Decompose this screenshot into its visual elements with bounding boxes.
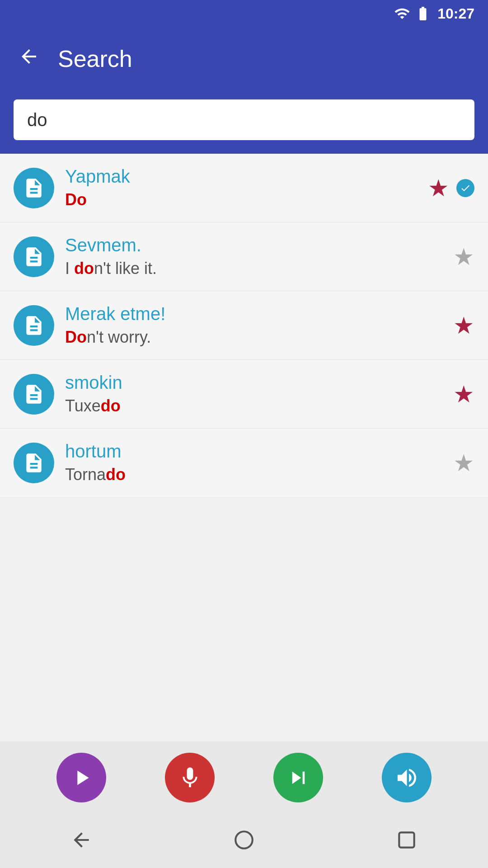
android-back-button[interactable] bbox=[70, 829, 93, 853]
favorite-star[interactable]: ★ bbox=[453, 449, 474, 476]
item-subtitle: I don't like it. bbox=[65, 259, 442, 278]
status-time: 10:27 bbox=[437, 5, 474, 22]
favorite-star[interactable]: ★ bbox=[453, 381, 474, 408]
status-icons bbox=[394, 5, 432, 22]
item-title: smokin bbox=[65, 373, 442, 393]
microphone-button[interactable] bbox=[165, 753, 215, 802]
item-subtitle: Tornado bbox=[65, 465, 442, 484]
item-content: Yapmak Do bbox=[65, 166, 417, 209]
signal-icon bbox=[394, 5, 410, 22]
favorite-star[interactable]: ★ bbox=[428, 175, 449, 202]
android-recent-button[interactable] bbox=[395, 829, 418, 853]
list-item[interactable]: Merak etme! Don't worry. ★ bbox=[0, 291, 488, 360]
item-actions: ★ bbox=[453, 449, 474, 476]
list-item[interactable]: hortum Tornado ★ bbox=[0, 429, 488, 497]
status-bar-right: 10:27 bbox=[394, 5, 474, 22]
list-item[interactable]: Yapmak Do ★ bbox=[0, 154, 488, 222]
item-subtitle: Tuxedo bbox=[65, 396, 442, 415]
item-title: Sevmem. bbox=[65, 235, 442, 255]
search-input[interactable] bbox=[14, 99, 474, 140]
svg-point-0 bbox=[235, 831, 253, 849]
item-title: hortum bbox=[65, 441, 442, 462]
item-actions: ★ bbox=[428, 175, 474, 202]
item-title: Merak etme! bbox=[65, 304, 442, 324]
item-content: hortum Tornado bbox=[65, 441, 442, 484]
skip-button[interactable] bbox=[273, 753, 323, 802]
item-content: smokin Tuxedo bbox=[65, 373, 442, 415]
item-title: Yapmak bbox=[65, 166, 417, 187]
item-actions: ★ bbox=[453, 243, 474, 270]
item-icon[interactable] bbox=[14, 168, 54, 208]
item-subtitle: Don't worry. bbox=[65, 328, 442, 347]
item-icon[interactable] bbox=[14, 236, 54, 277]
list-item[interactable]: smokin Tuxedo ★ bbox=[0, 360, 488, 429]
item-actions: ★ bbox=[453, 312, 474, 339]
status-bar: 10:27 bbox=[0, 0, 488, 27]
item-actions: ★ bbox=[453, 381, 474, 408]
favorite-star[interactable]: ★ bbox=[453, 243, 474, 270]
play-button[interactable] bbox=[56, 753, 106, 802]
bottom-nav bbox=[0, 741, 488, 814]
item-icon[interactable] bbox=[14, 374, 54, 415]
volume-button[interactable] bbox=[382, 753, 432, 802]
svg-rect-1 bbox=[399, 832, 414, 847]
item-subtitle: Do bbox=[65, 190, 417, 209]
app-bar: Search bbox=[0, 27, 488, 90]
list-item[interactable]: Sevmem. I don't like it. ★ bbox=[0, 222, 488, 291]
battery-icon bbox=[414, 5, 432, 22]
back-button[interactable] bbox=[14, 41, 44, 77]
search-container bbox=[0, 90, 488, 154]
app-title: Search bbox=[58, 45, 132, 72]
item-icon[interactable] bbox=[14, 443, 54, 483]
item-icon[interactable] bbox=[14, 305, 54, 346]
check-icon bbox=[456, 179, 474, 197]
results-list: Yapmak Do ★ Sevmem. I don't like it. ★ bbox=[0, 154, 488, 497]
android-nav-bar bbox=[0, 814, 488, 868]
item-content: Sevmem. I don't like it. bbox=[65, 235, 442, 278]
favorite-star[interactable]: ★ bbox=[453, 312, 474, 339]
item-content: Merak etme! Don't worry. bbox=[65, 304, 442, 347]
android-home-button[interactable] bbox=[233, 829, 255, 853]
